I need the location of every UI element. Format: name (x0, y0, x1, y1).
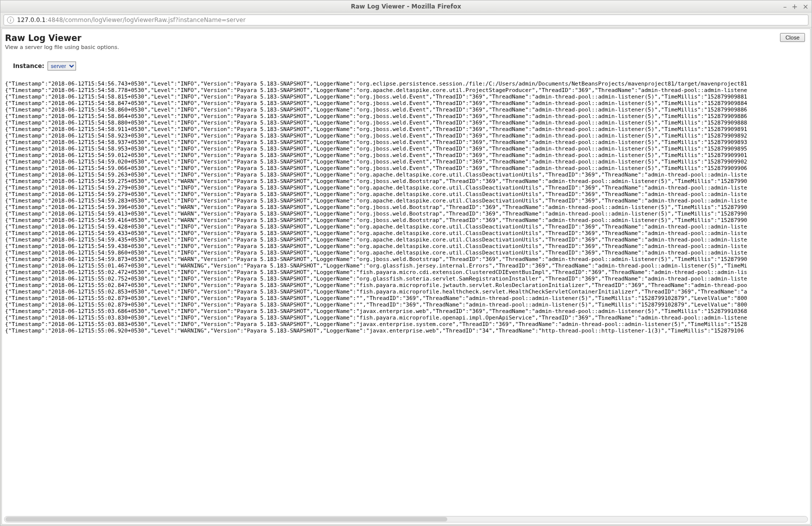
log-line: {"Timestamp":"2018-06-12T15:54:59.438+05… (5, 243, 807, 250)
page-content: Raw Log Viewer Close View a server log f… (2, 28, 810, 524)
log-line: {"Timestamp":"2018-06-12T15:54:59.279+05… (5, 184, 807, 191)
log-line: {"Timestamp":"2018-06-12T15:55:06.920+05… (5, 328, 807, 334)
instance-select[interactable]: server (48, 62, 76, 70)
minimize-icon[interactable]: – (783, 3, 787, 10)
log-line: {"Timestamp":"2018-06-12T15:54:58.953+05… (5, 146, 807, 152)
page-subtitle: View a server log file using basic optio… (5, 44, 807, 50)
log-line: {"Timestamp":"2018-06-12T15:54:59.066+05… (5, 165, 807, 172)
log-line: {"Timestamp":"2018-06-12T15:54:59.279+05… (5, 191, 807, 198)
window-title: Raw Log Viewer - Mozilla Firefox (351, 3, 461, 10)
page-header: Raw Log Viewer Close (5, 33, 807, 43)
horizontal-scrollbar[interactable] (4, 516, 808, 522)
log-line: {"Timestamp":"2018-06-12T15:54:58.937+05… (5, 139, 807, 146)
log-line: {"Timestamp":"2018-06-12T15:55:03.830+05… (5, 314, 807, 321)
log-line: {"Timestamp":"2018-06-12T15:54:59.396+05… (5, 204, 807, 210)
log-line: {"Timestamp":"2018-06-12T15:54:59.012+05… (5, 152, 807, 158)
log-line: {"Timestamp":"2018-06-12T15:54:56.743+05… (5, 80, 807, 87)
log-line: {"Timestamp":"2018-06-12T15:55:01.467+05… (5, 262, 807, 269)
log-line: {"Timestamp":"2018-06-12T15:54:59.416+05… (5, 217, 807, 224)
log-line: {"Timestamp":"2018-06-12T15:55:02.853+05… (5, 288, 807, 295)
maximize-icon[interactable]: + (792, 3, 798, 10)
log-line: {"Timestamp":"2018-06-12T15:54:58.860+05… (5, 106, 807, 113)
log-line: {"Timestamp":"2018-06-12T15:54:59.275+05… (5, 178, 807, 184)
log-line: {"Timestamp":"2018-06-12T15:54:59.873+05… (5, 256, 807, 262)
log-line: {"Timestamp":"2018-06-12T15:55:02.879+05… (5, 302, 807, 308)
instance-label: Instance: (13, 62, 45, 70)
url-bar-row: i 127.0.0.1:4848/common/logViewer/logVie… (1, 12, 811, 28)
close-window-icon[interactable]: × (802, 3, 808, 10)
log-line: {"Timestamp":"2018-06-12T15:55:02.847+05… (5, 282, 807, 288)
log-line: {"Timestamp":"2018-06-12T15:54:58.923+05… (5, 132, 807, 139)
log-line: {"Timestamp":"2018-06-12T15:55:02.879+05… (5, 295, 807, 302)
log-line: {"Timestamp":"2018-06-12T15:55:03.686+05… (5, 308, 807, 314)
page-title: Raw Log Viewer (5, 33, 82, 43)
url-bar[interactable]: i 127.0.0.1:4848/common/logViewer/logVie… (4, 14, 808, 26)
horizontal-scrollbar-thumb[interactable] (6, 517, 447, 522)
log-line: {"Timestamp":"2018-06-12T15:55:02.472+05… (5, 269, 807, 276)
log-line: {"Timestamp":"2018-06-12T15:54:58.778+05… (5, 87, 807, 94)
instance-row: Instance: server (13, 62, 807, 70)
log-line: {"Timestamp":"2018-06-12T15:54:59.435+05… (5, 236, 807, 243)
log-line: {"Timestamp":"2018-06-12T15:54:59.428+05… (5, 224, 807, 230)
log-line: {"Timestamp":"2018-06-12T15:54:59.263+05… (5, 172, 807, 178)
log-line: {"Timestamp":"2018-06-12T15:54:59.860+05… (5, 250, 807, 256)
log-line: {"Timestamp":"2018-06-12T15:54:58.847+05… (5, 100, 807, 106)
log-line: {"Timestamp":"2018-06-12T15:55:02.752+05… (5, 276, 807, 282)
log-line: {"Timestamp":"2018-06-12T15:54:59.283+05… (5, 198, 807, 204)
close-button[interactable]: Close (780, 33, 805, 42)
window-title-bar: Raw Log Viewer - Mozilla Firefox – + × (1, 0, 811, 12)
log-line: {"Timestamp":"2018-06-12T15:54:58.815+05… (5, 94, 807, 100)
browser-window: Raw Log Viewer - Mozilla Firefox – + × i… (0, 0, 812, 526)
log-line: {"Timestamp":"2018-06-12T15:54:59.413+05… (5, 210, 807, 217)
url-text: 127.0.0.1:4848/common/logViewer/logViewe… (17, 16, 246, 24)
url-path: :4848/common/logViewer/logViewerRaw.jsf?… (46, 16, 246, 24)
log-output[interactable]: {"Timestamp":"2018-06-12T15:54:56.743+05… (5, 80, 807, 334)
info-icon[interactable]: i (7, 16, 14, 24)
log-line: {"Timestamp":"2018-06-12T15:54:58.864+05… (5, 113, 807, 120)
url-host: 127.0.0.1 (17, 16, 46, 24)
log-line: {"Timestamp":"2018-06-12T15:54:58.880+05… (5, 120, 807, 126)
window-controls: – + × (783, 0, 808, 12)
log-line: {"Timestamp":"2018-06-12T15:54:59.433+05… (5, 230, 807, 236)
log-line: {"Timestamp":"2018-06-12T15:54:59.020+05… (5, 158, 807, 165)
log-line: {"Timestamp":"2018-06-12T15:54:58.911+05… (5, 126, 807, 132)
log-line: {"Timestamp":"2018-06-12T15:55:03.883+05… (5, 321, 807, 328)
